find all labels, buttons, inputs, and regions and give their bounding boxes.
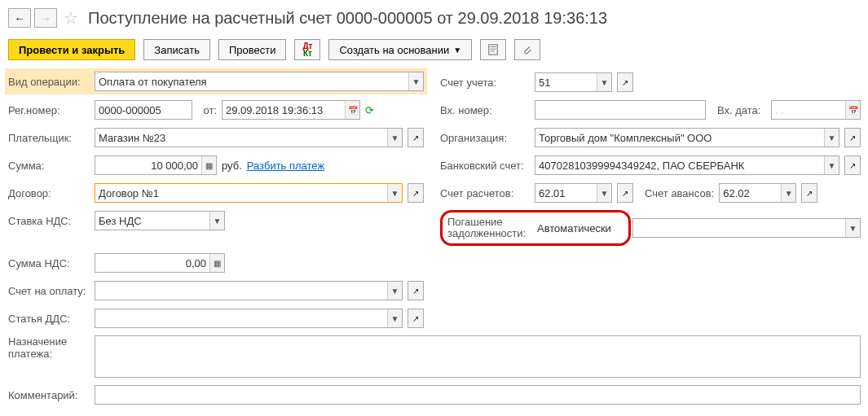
operation-type-row: Вид операции: Оплата от покупателя ▼ xyxy=(5,68,427,94)
payer-label: Плательщик: xyxy=(8,132,90,144)
currency-label: руб. xyxy=(222,160,242,172)
calendar-icon: 📅 xyxy=(845,101,860,119)
dtkt-icon: ДтКт xyxy=(302,42,312,57)
paperclip-icon xyxy=(522,44,533,55)
chevron-down-icon: ▼ xyxy=(781,184,795,202)
dtkt-button[interactable]: ДтКт xyxy=(294,39,320,60)
comment-input[interactable] xyxy=(95,385,861,405)
settlement-account-label: Счет расчетов: xyxy=(440,187,530,199)
attach-button[interactable] xyxy=(514,39,540,60)
purpose-row: Назначение платежа: xyxy=(8,335,861,378)
chevron-down-icon: ▼ xyxy=(387,282,402,300)
vat-rate-label: Ставка НДС: xyxy=(8,215,90,227)
advance-account-label: Счет авансов: xyxy=(645,187,714,199)
amount-row: Сумма: 10 000,00 ▦ руб. Разбить платеж xyxy=(8,155,424,176)
in-number-input[interactable] xyxy=(535,100,706,120)
chevron-down-icon: ▼ xyxy=(824,156,839,174)
account-open-button[interactable]: ↗ xyxy=(617,72,633,92)
dds-label: Статья ДДС: xyxy=(8,313,90,325)
calculator-icon: ▦ xyxy=(209,254,224,272)
vat-amount-row: Сумма НДС: 0,00 ▦ xyxy=(8,252,424,274)
vat-amount-label: Сумма НДС: xyxy=(8,257,90,269)
report-button[interactable] xyxy=(480,39,506,60)
org-label: Организация: xyxy=(440,132,530,144)
contract-row: Договор: Договор №1 ▼ ↗ xyxy=(8,182,424,204)
debt-repay-label: Погашение задолженности: xyxy=(447,217,529,239)
split-payment-link[interactable]: Разбить платеж xyxy=(247,160,324,172)
highlight-marker: Погашение задолженности: Автоматически xyxy=(440,210,631,246)
page-title: Поступление на расчетный счет 0000-00000… xyxy=(88,9,607,28)
post-button[interactable]: Провести xyxy=(218,39,287,60)
regnumber-label: Рег.номер: xyxy=(8,104,90,116)
chevron-down-icon: ▼ xyxy=(387,184,402,202)
debt-repay-select[interactable]: ▼ xyxy=(632,218,861,238)
save-button[interactable]: Записать xyxy=(143,39,210,60)
settlement-account-select[interactable]: 62.01 ▼ xyxy=(535,183,612,203)
date-input[interactable]: 29.09.2018 19:36:13 📅 xyxy=(222,100,360,120)
contract-label: Договор: xyxy=(8,187,90,199)
settlement-open-button[interactable]: ↗ xyxy=(617,183,633,203)
in-date-input[interactable]: . . 📅 xyxy=(771,100,861,120)
dds-open-button[interactable]: ↗ xyxy=(408,309,424,328)
settlement-row: Счет расчетов: 62.01 ▼ ↗ Счет авансов: 6… xyxy=(440,182,861,204)
create-based-button[interactable]: Создать на основании ▼ xyxy=(328,39,472,60)
dds-select[interactable]: ▼ xyxy=(95,309,403,328)
advance-open-button[interactable]: ↗ xyxy=(801,183,817,203)
vat-rate-row: Ставка НДС: Без НДС ▼ xyxy=(8,210,424,231)
debt-repay-value: Автоматически xyxy=(534,218,623,238)
debt-repay-row: Погашение задолженности: Автоматически ▼ xyxy=(440,210,861,246)
invoice-select[interactable]: ▼ xyxy=(95,281,403,300)
vat-amount-input[interactable]: 0,00 ▦ xyxy=(95,253,225,273)
chevron-down-icon: ▼ xyxy=(209,212,224,230)
payer-select[interactable]: Магазин №23 ▼ xyxy=(95,128,403,147)
nav-forward-button[interactable]: → xyxy=(34,8,57,28)
calendar-icon: 📅 xyxy=(345,101,359,119)
nav-back-button[interactable]: ← xyxy=(8,8,31,28)
chevron-down-icon: ▼ xyxy=(597,184,611,202)
in-date-label: Вх. дата: xyxy=(717,104,766,116)
amount-label: Сумма: xyxy=(8,160,90,172)
from-label: от: xyxy=(197,104,217,116)
purpose-textarea[interactable] xyxy=(95,335,861,378)
org-open-button[interactable]: ↗ xyxy=(844,128,861,147)
account-label: Счет учета: xyxy=(440,77,530,89)
bank-account-row: Банковский счет: 40702810399994349242, П… xyxy=(440,155,861,176)
invoice-open-button[interactable]: ↗ xyxy=(408,281,424,300)
operation-type-select[interactable]: Оплата от покупателя ▼ xyxy=(95,72,424,91)
vat-rate-select[interactable]: Без НДС ▼ xyxy=(95,211,225,230)
org-select[interactable]: Торговый дом "Комплексный" ООО ▼ xyxy=(535,128,839,147)
dds-row: Статья ДДС: ▼ ↗ xyxy=(8,308,424,329)
chevron-down-icon: ▼ xyxy=(387,129,402,147)
comment-label: Комментарий: xyxy=(8,389,90,401)
calculator-icon: ▦ xyxy=(201,156,216,174)
in-number-label: Вх. номер: xyxy=(440,104,530,116)
regnumber-row: Рег.номер: 0000-000005 от: 29.09.2018 19… xyxy=(8,99,424,120)
org-row: Организация: Торговый дом "Комплексный" … xyxy=(440,127,861,148)
contract-open-button[interactable]: ↗ xyxy=(408,183,424,203)
chevron-down-icon: ▼ xyxy=(824,129,839,147)
bank-account-select[interactable]: 40702810399994349242, ПАО СБЕРБАНК ▼ xyxy=(535,155,839,175)
invoice-row: Счет на оплату: ▼ ↗ xyxy=(8,280,424,301)
chevron-down-icon: ▼ xyxy=(387,309,402,327)
chevron-down-icon: ▼ xyxy=(845,219,860,237)
post-close-button[interactable]: Провести и закрыть xyxy=(8,39,135,60)
payer-open-button[interactable]: ↗ xyxy=(408,128,424,147)
svg-rect-0 xyxy=(489,45,498,55)
comment-row: Комментарий: xyxy=(8,384,861,405)
account-select[interactable]: 51 ▼ xyxy=(535,72,612,92)
in-number-row: Вх. номер: Вх. дата: . . 📅 xyxy=(440,99,861,120)
payer-row: Плательщик: Магазин №23 ▼ ↗ xyxy=(8,127,424,148)
operation-type-label: Вид операции: xyxy=(8,76,90,88)
favorite-star-icon[interactable]: ☆ xyxy=(62,9,80,27)
contract-select[interactable]: Договор №1 ▼ xyxy=(95,183,403,203)
account-row: Счет учета: 51 ▼ ↗ xyxy=(440,72,861,93)
refresh-icon[interactable]: ⟳ xyxy=(365,104,374,116)
amount-input[interactable]: 10 000,00 ▦ xyxy=(95,155,217,175)
advance-account-select[interactable]: 62.02 ▼ xyxy=(719,183,796,203)
regnumber-input[interactable]: 0000-000005 xyxy=(95,100,192,120)
bank-account-open-button[interactable]: ↗ xyxy=(844,155,861,175)
chevron-down-icon: ▼ xyxy=(408,72,423,90)
chevron-down-icon: ▼ xyxy=(597,73,611,91)
invoice-label: Счет на оплату: xyxy=(8,285,90,297)
purpose-label: Назначение платежа: xyxy=(8,335,90,360)
